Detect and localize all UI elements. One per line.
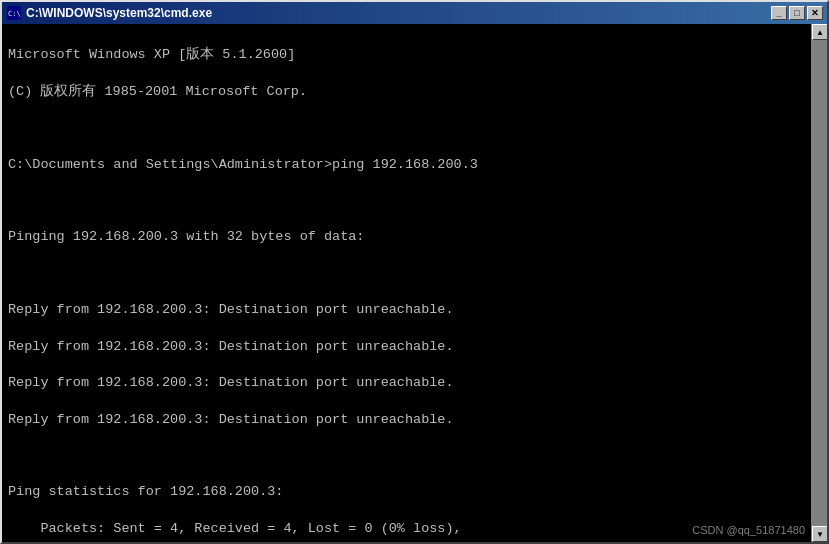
svg-text:C:\: C:\	[8, 10, 21, 18]
window-title: C:\WINDOWS\system32\cmd.exe	[26, 6, 212, 20]
cmd-icon: C:\	[6, 5, 22, 21]
watermark: CSDN @qq_51871480	[692, 524, 805, 536]
terminal-line-14: Packets: Sent = 4, Received = 4, Lost = …	[8, 521, 462, 536]
title-bar: C:\ C:\WINDOWS\system32\cmd.exe _ □ ✕	[2, 2, 827, 24]
close-button[interactable]: ✕	[807, 6, 823, 20]
minimize-button[interactable]: _	[771, 6, 787, 20]
terminal-line-1: Microsoft Windows XP [版本 5.1.2600]	[8, 47, 295, 62]
scrollbar-down-button[interactable]: ▼	[812, 526, 827, 542]
terminal-content: Microsoft Windows XP [版本 5.1.2600] (C) 版…	[8, 28, 821, 542]
scrollbar: ▲ ▼	[811, 24, 827, 542]
terminal-line-6: Pinging 192.168.200.3 with 32 bytes of d…	[8, 229, 364, 244]
terminal-line-13: Ping statistics for 192.168.200.3:	[8, 484, 283, 499]
terminal-line-11: Reply from 192.168.200.3: Destination po…	[8, 412, 454, 427]
terminal-line-10: Reply from 192.168.200.3: Destination po…	[8, 375, 454, 390]
terminal-line-2: (C) 版权所有 1985-2001 Microsoft Corp.	[8, 84, 307, 99]
maximize-button[interactable]: □	[789, 6, 805, 20]
scrollbar-track[interactable]	[812, 40, 827, 526]
terminal-line-8: Reply from 192.168.200.3: Destination po…	[8, 302, 454, 317]
terminal-line-4: C:\Documents and Settings\Administrator>…	[8, 157, 478, 172]
terminal-body: Microsoft Windows XP [版本 5.1.2600] (C) 版…	[2, 24, 827, 542]
title-bar-left: C:\ C:\WINDOWS\system32\cmd.exe	[6, 5, 212, 21]
cmd-window: C:\ C:\WINDOWS\system32\cmd.exe _ □ ✕ Mi…	[0, 0, 829, 544]
terminal-line-9: Reply from 192.168.200.3: Destination po…	[8, 339, 454, 354]
scrollbar-up-button[interactable]: ▲	[812, 24, 827, 40]
title-bar-buttons: _ □ ✕	[771, 6, 823, 20]
